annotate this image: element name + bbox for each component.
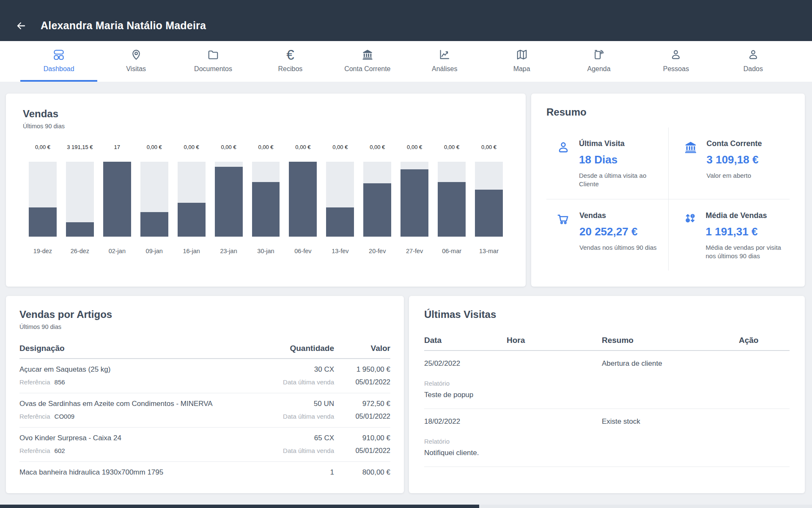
last-sale-label: Data última venda (239, 413, 334, 420)
bar-x-label: 02-jan (109, 248, 126, 254)
tab-label: Dados (743, 65, 763, 73)
stat-label: Vendas (579, 211, 657, 220)
euro-icon: € (286, 47, 294, 62)
vendas-title: Vendas (23, 108, 509, 120)
horizontal-scrollbar[interactable] (0, 505, 812, 508)
artigo-reference: CO009 (55, 413, 75, 420)
column-resumo: Resumo (602, 336, 739, 345)
bank-icon (361, 47, 374, 62)
bar (103, 162, 131, 237)
bar-x-label: 20-fev (369, 248, 386, 254)
visita-acao (739, 359, 790, 368)
last-sale-label: Data última venda (239, 447, 334, 454)
chart-line-icon (438, 47, 451, 62)
bottom-row: Vendas por Artigos Últimos 90 dias Desig… (6, 296, 806, 493)
artigo-value: 1 950,00 € (334, 365, 390, 374)
visita-data: 25/02/2022 (424, 359, 507, 368)
stat-media-vendas: Média de Vendas 1 191,31 € Média de vend… (668, 199, 790, 271)
bar-value-label: 0,00 € (258, 144, 273, 152)
artigo-quantity: 65 CX (239, 434, 334, 442)
tab-dashboard[interactable]: Dashboad (20, 41, 97, 82)
stat-label: Conta Corrente (707, 139, 762, 148)
tab-agenda[interactable]: Agenda (560, 41, 637, 82)
scrollbar-thumb[interactable] (0, 505, 479, 508)
person-icon (556, 139, 571, 189)
bar-x-label: 16-jan (183, 248, 200, 254)
chart-column: 0,00 €19-dez (29, 144, 57, 254)
tab-label: Recibos (278, 65, 303, 73)
visita-hora (507, 359, 602, 368)
bar-x-label: 06-mar (442, 248, 461, 254)
bar-x-label: 27-fev (406, 248, 423, 254)
visita-row[interactable]: 18/02/2022 Existe stock Relatório Notifi… (424, 409, 790, 467)
tab-label: Visitas (126, 65, 146, 73)
artigo-row[interactable]: Ovo Kinder Surpresa - Caixa 24 65 CX 910… (19, 428, 390, 462)
average-icon (683, 211, 697, 261)
tab-conta-corrente[interactable]: Conta Corrente (329, 41, 406, 82)
bar-x-label: 06-fev (294, 248, 311, 254)
tab-visitas[interactable]: Visitas (97, 41, 174, 82)
bar (475, 162, 503, 237)
app-header: Alexandra Maria Natálio Madeira (0, 0, 812, 41)
visita-relatorio: Teste de popup (424, 391, 790, 399)
visita-row[interactable]: 25/02/2022 Abertura de cliente Relatório… (424, 351, 790, 409)
bar (215, 162, 243, 237)
chart-column: 0,00 €23-jan (215, 144, 243, 254)
bar-x-label: 19-dez (33, 248, 52, 254)
column-acao: Ação (739, 336, 790, 345)
visita-data: 18/02/2022 (424, 417, 507, 426)
tab-mapa[interactable]: Mapa (483, 41, 560, 82)
chart-column: 0,00 €13-mar (475, 144, 503, 254)
visita-resumo: Existe stock (602, 417, 739, 426)
stat-ultima-visita: Última Visita 18 Dias Desde a última vis… (546, 127, 668, 199)
artigo-row[interactable]: Açucar em Saquetas (25 kg) 30 CX 1 950,0… (19, 359, 390, 393)
artigo-quantity: 30 CX (239, 365, 334, 374)
visita-hora (507, 417, 602, 426)
bar (289, 162, 317, 237)
tab-dados[interactable]: Dados (715, 41, 792, 82)
device-signal-icon (593, 47, 605, 62)
vendas-por-artigos-card: Vendas por Artigos Últimos 90 dias Desig… (6, 296, 404, 493)
stat-description: Valor em aberto (707, 171, 762, 180)
tab-pessoas[interactable]: Pessoas (637, 41, 714, 82)
artigos-subtitle: Últimos 90 dias (19, 323, 390, 330)
artigo-value: 800,00 € (334, 468, 390, 477)
nav-tabs: Dashboad Visitas Documentos € Recibos Co… (0, 41, 812, 82)
artigo-name: Ovas de Sardinhas em Azeite com Condimen… (19, 400, 239, 408)
artigo-quantity: 50 UN (239, 400, 334, 408)
artigo-row[interactable]: Ovas de Sardinhas em Azeite com Condimen… (19, 393, 390, 428)
bar (363, 162, 391, 237)
stat-vendas: Vendas 20 252,27 € Vendas nos últimos 90… (546, 199, 668, 271)
bar (326, 162, 354, 237)
bar-value-label: 0,00 € (370, 144, 385, 152)
map-pin-icon (130, 47, 143, 62)
resumo-title: Resumo (546, 106, 790, 118)
bar-x-label: 26-dez (71, 248, 89, 254)
vendas-subtitle: Últimos 90 dias (23, 123, 509, 130)
vendas-card: Vendas Últimos 90 dias 0,00 €19-dez 3 19… (6, 94, 526, 287)
chart-column: 1702-jan (103, 144, 131, 254)
bar-x-label: 23-jan (220, 248, 237, 254)
bar (401, 162, 428, 237)
bar (178, 162, 206, 237)
back-button[interactable] (13, 17, 30, 34)
tab-documentos[interactable]: Documentos (175, 41, 252, 82)
reference-label: Referência (19, 413, 50, 420)
tab-label: Agenda (587, 65, 610, 73)
artigo-name: Maca banheira hidraulica 1930x700mm 1795 (19, 468, 239, 477)
main-content: Vendas Últimos 90 dias 0,00 €19-dez 3 19… (0, 82, 812, 493)
report-label: Relatório (424, 438, 790, 445)
cart-icon (556, 211, 571, 261)
stat-value: 3 109,18 € (707, 153, 762, 166)
tab-analises[interactable]: Análises (406, 41, 483, 82)
arrow-left-icon (16, 20, 27, 31)
tab-recibos[interactable]: € Recibos (252, 41, 329, 82)
bar (252, 162, 280, 237)
artigo-quantity: 1 (239, 468, 334, 477)
artigo-row[interactable]: Maca banheira hidraulica 1930x700mm 1795… (19, 462, 390, 483)
bar-x-label: 13-fev (332, 248, 348, 254)
column-valor: Valor (334, 344, 390, 353)
bar-x-label: 13-mar (479, 248, 499, 254)
artigo-last-sale-date: 05/01/2022 (334, 412, 390, 420)
page-title: Alexandra Maria Natálio Madeira (41, 19, 206, 32)
